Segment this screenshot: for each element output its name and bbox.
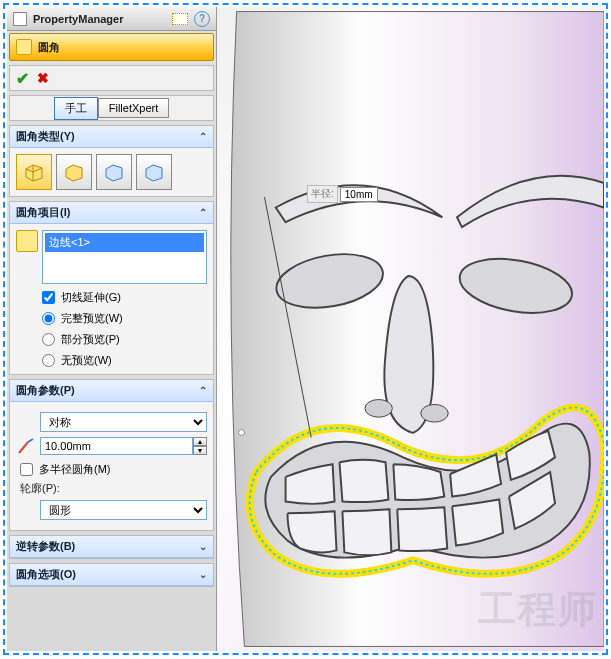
- feature-title-bar: 圆角: [9, 33, 214, 61]
- section-fillet-params: 圆角参数(P) ⌃ 对称 ▲▼ 多半径圆角(M) 轮廓(P):: [9, 379, 214, 531]
- chevron-up-icon: ⌃: [199, 385, 207, 396]
- fillet-type-full-round[interactable]: [136, 154, 172, 190]
- fillet-type-face[interactable]: [96, 154, 132, 190]
- chevron-down-icon: ⌄: [199, 569, 207, 580]
- opt-tangent[interactable]: 切线延伸(G): [42, 290, 207, 305]
- fillet-type-constant[interactable]: [16, 154, 52, 190]
- spin-up[interactable]: ▲: [193, 437, 207, 446]
- opt-no-preview[interactable]: 无预览(W): [42, 353, 207, 368]
- chevron-down-icon: ⌄: [199, 541, 207, 552]
- selection-list[interactable]: 边线<1>: [42, 230, 207, 284]
- opt-multi-radius[interactable]: 多半径圆角(M): [20, 462, 207, 477]
- section-header-reverse[interactable]: 逆转参数(B) ⌄: [10, 536, 213, 558]
- 3d-viewport[interactable]: 半径: 10mm 工程师: [217, 7, 604, 651]
- svg-point-2: [365, 400, 392, 418]
- property-manager-header: PropertyManager ?: [7, 7, 216, 31]
- section-header-type[interactable]: 圆角类型(Y) ⌃: [10, 126, 213, 148]
- edge-selection-icon: [16, 230, 38, 252]
- radius-icon: [16, 436, 36, 456]
- drag-handle[interactable]: [238, 429, 245, 436]
- tab-manual[interactable]: 手工: [54, 97, 98, 120]
- mode-tabs: 手工 FilletXpert: [9, 95, 214, 121]
- spin-down[interactable]: ▼: [193, 446, 207, 455]
- feature-name: 圆角: [38, 40, 60, 55]
- section-reverse: 逆转参数(B) ⌄: [9, 535, 214, 559]
- tab-filletxpert[interactable]: FilletXpert: [98, 98, 170, 118]
- ok-icon[interactable]: ✔: [16, 69, 29, 88]
- section-fillet-items: 圆角项目(I) ⌃ 边线<1> 切线延伸(G) 完整预览(W) 部分预览(P) …: [9, 201, 214, 375]
- symmetry-select[interactable]: 对称: [40, 412, 207, 432]
- selection-item[interactable]: 边线<1>: [45, 233, 204, 252]
- section-header-options[interactable]: 圆角选项(O) ⌄: [10, 564, 213, 586]
- pm-title: PropertyManager: [33, 13, 166, 25]
- model-face: [217, 7, 604, 651]
- chevron-up-icon: ⌃: [199, 131, 207, 142]
- section-header-items[interactable]: 圆角项目(I) ⌃: [10, 202, 213, 224]
- chevron-up-icon: ⌃: [199, 207, 207, 218]
- radio-partial-preview[interactable]: [42, 333, 55, 346]
- cancel-icon[interactable]: ✖: [37, 70, 49, 86]
- section-options: 圆角选项(O) ⌄: [9, 563, 214, 587]
- pin-icon[interactable]: [172, 13, 188, 25]
- radius-input[interactable]: [40, 437, 193, 455]
- radius-callout[interactable]: 半径: 10mm: [307, 185, 378, 203]
- fillet-feature-icon: [16, 39, 32, 55]
- checkbox-multi-radius[interactable]: [20, 463, 33, 476]
- radio-full-preview[interactable]: [42, 312, 55, 325]
- radio-no-preview[interactable]: [42, 354, 55, 367]
- checkbox-tangent[interactable]: [42, 291, 55, 304]
- symmetry-icon: [16, 412, 36, 432]
- pm-header-icon: [13, 12, 27, 26]
- callout-value[interactable]: 10mm: [340, 187, 378, 202]
- help-icon[interactable]: ?: [194, 11, 210, 27]
- section-fillet-type: 圆角类型(Y) ⌃: [9, 125, 214, 197]
- profile-select[interactable]: 圆形: [40, 500, 207, 520]
- profile-label: 轮廓(P):: [20, 481, 207, 496]
- opt-partial-preview[interactable]: 部分预览(P): [42, 332, 207, 347]
- watermark: 工程师: [478, 584, 598, 635]
- fillet-type-variable[interactable]: [56, 154, 92, 190]
- section-header-params[interactable]: 圆角参数(P) ⌃: [10, 380, 213, 402]
- svg-point-3: [421, 404, 448, 422]
- callout-label: 半径:: [307, 185, 338, 203]
- confirm-toolbar: ✔ ✖: [9, 65, 214, 91]
- opt-full-preview[interactable]: 完整预览(W): [42, 311, 207, 326]
